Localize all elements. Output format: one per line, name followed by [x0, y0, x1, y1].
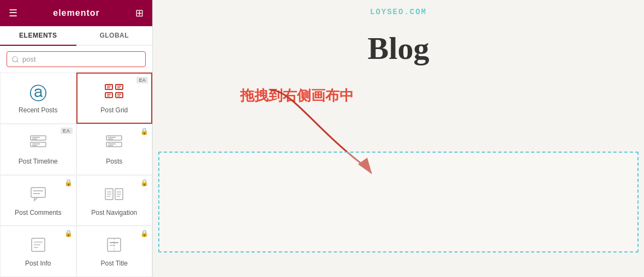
hamburger-icon[interactable]: ☰	[9, 7, 17, 19]
svg-rect-18	[106, 136, 122, 140]
post-grid-icon	[105, 84, 123, 102]
widget-label-post-grid: Post Grid	[100, 106, 128, 114]
widget-post-comments[interactable]: 🔒 Post Comments	[0, 175, 76, 226]
main-canvas: LOYSEO.COM Blog 拖拽到右侧画布中	[153, 0, 644, 277]
ea-badge-post-timeline: EA	[61, 128, 73, 134]
post-comments-icon	[30, 186, 46, 204]
lock-badge-post-info: 🔒	[64, 230, 73, 237]
search-container	[0, 46, 152, 73]
widget-recent-posts[interactable]: ⓐ Recent Posts	[0, 73, 76, 124]
svg-rect-24	[31, 188, 45, 197]
svg-rect-39	[108, 238, 121, 251]
wordpress-icon: ⓐ	[29, 85, 47, 102]
widget-label-posts: Posts	[106, 158, 122, 165]
logo-text: elementor	[53, 8, 99, 18]
tab-global[interactable]: GLOBAL	[76, 26, 153, 45]
widget-post-navigation[interactable]: 🔒 Post Navigation	[76, 175, 153, 226]
drag-label: 拖拽到右侧画布中	[240, 86, 354, 105]
svg-rect-2	[105, 93, 112, 98]
widget-label-post-info: Post Info	[25, 260, 51, 267]
widgets-grid: ⓐ Recent Posts EA	[0, 73, 152, 277]
svg-rect-15	[31, 142, 46, 147]
blog-title: Blog	[368, 30, 430, 67]
sidebar: ☰ elementor ⊞ ELEMENTS GLOBAL ⓐ Recent P…	[0, 0, 153, 277]
sidebar-header: ☰ elementor ⊞	[0, 0, 152, 26]
widget-label-post-navigation: Post Navigation	[91, 209, 137, 216]
post-info-icon	[31, 237, 46, 255]
widget-label-recent-posts: Recent Posts	[19, 106, 57, 114]
svg-rect-3	[116, 93, 123, 98]
search-input[interactable]	[7, 51, 146, 67]
post-navigation-icon	[105, 186, 123, 204]
svg-rect-0	[105, 85, 112, 89]
svg-rect-21	[106, 142, 122, 147]
widget-label-post-title: Post Title	[101, 260, 128, 267]
sidebar-tabs: ELEMENTS GLOBAL	[0, 26, 152, 46]
posts-icon	[106, 135, 122, 153]
widget-post-title[interactable]: 🔒 Post Title	[76, 226, 153, 277]
lock-badge-post-comments: 🔒	[64, 179, 73, 186]
lock-badge-post-title: 🔒	[140, 230, 148, 237]
lock-badge-post-navigation: 🔒	[140, 179, 148, 186]
widget-posts[interactable]: 🔒 Posts	[76, 124, 153, 175]
widget-post-grid[interactable]: EA Post Grid	[76, 73, 153, 124]
widget-label-post-comments: Post Comments	[15, 209, 61, 216]
watermark: LOYSEO.COM	[370, 8, 427, 16]
svg-rect-12	[31, 136, 46, 140]
post-title-icon	[106, 237, 122, 255]
grid-icon[interactable]: ⊞	[135, 7, 144, 19]
lock-badge-posts: 🔒	[140, 128, 148, 135]
ea-badge-post-grid: EA	[136, 77, 148, 83]
widget-post-info[interactable]: 🔒 Post Info	[0, 226, 76, 277]
post-timeline-icon	[30, 135, 46, 153]
widget-label-post-timeline: Post Timeline	[19, 158, 58, 165]
drop-zone[interactable]: Post Grid EA + Drag widget here	[158, 152, 639, 252]
svg-rect-1	[116, 85, 123, 89]
widget-post-timeline[interactable]: EA Post Timeline	[0, 124, 76, 175]
tab-elements[interactable]: ELEMENTS	[0, 26, 76, 46]
